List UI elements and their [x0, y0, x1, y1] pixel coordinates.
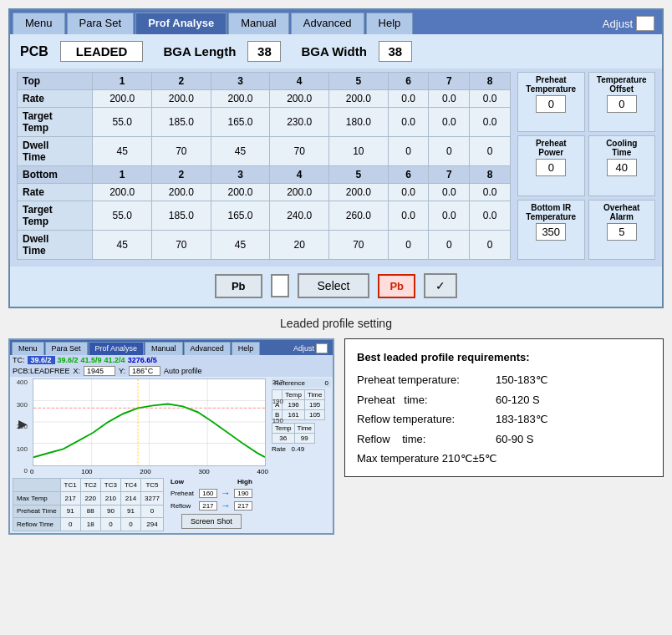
- mini-data-area: TC1TC2TC3 TC4TC5 Max Temp 217220210 2143…: [10, 476, 333, 533]
- right-params: PreheatTemperature 0 TemperatureOffset 0…: [517, 72, 655, 260]
- param-temp-offset: TemperatureOffset 0: [588, 72, 656, 132]
- mini-adjust: Adjust: [290, 342, 331, 355]
- tab-help[interactable]: Help: [366, 13, 414, 34]
- pb-white-box: [271, 274, 289, 297]
- top-label: Top: [18, 73, 93, 90]
- pcb-small-label: PCB:LEADFREE: [13, 367, 70, 375]
- param-bottom-ir-temp: Bottom IRTemperature 350: [517, 200, 585, 260]
- pb-red-button[interactable]: Pb: [378, 274, 415, 298]
- reflow-arrow: →: [221, 500, 231, 511]
- preheat-lowhigh: Preheat 160 → 190: [171, 487, 252, 499]
- param-preheat-power: PreheatPower 0: [517, 135, 585, 196]
- mini-nav: Menu Para Set Prof Analyse Manual Advanc…: [10, 340, 333, 355]
- top-panel: Menu Para Set Prof Analyse Manual Advanc…: [8, 8, 664, 308]
- check-button[interactable]: ✓: [424, 273, 457, 298]
- cooling-time-value: 40: [607, 159, 637, 176]
- mini-tab-menu[interactable]: Menu: [12, 342, 44, 355]
- mini-stats-table: TC1TC2TC3 TC4TC5 Max Temp 217220210 2143…: [13, 478, 164, 531]
- pcb-value: LEADED: [60, 41, 144, 62]
- bga-length-value: 38: [247, 41, 281, 62]
- temp-offset-value: 0: [607, 95, 637, 113]
- tc-val-3: 41.5/9: [81, 356, 102, 364]
- top-targettemp-row: TargetTemp 55.0185.0165.0 230.0180.00.0 …: [18, 108, 511, 137]
- tc-badge: 39.6/2: [28, 356, 55, 364]
- info-row-preheat-temp: Preheat temperature: 150-183℃: [357, 370, 651, 389]
- tc-val-5: 3276.6/5: [128, 356, 157, 364]
- low-label: Low: [171, 478, 184, 485]
- bottom-section: Menu Para Set Prof Analyse Manual Advanc…: [8, 338, 664, 535]
- tc-label: TC:: [13, 356, 25, 364]
- caption: Leaded profile setting: [0, 317, 672, 330]
- x-label: X:: [74, 367, 81, 375]
- param-preheat-temp: PreheatTemperature 0: [517, 72, 585, 132]
- top-rate-row: Rate 200.0200.0200.0 200.0200.00.0 0.00.…: [18, 90, 511, 108]
- pcb-header: PCB LEADED BGA Length 38 BGA Width 38: [10, 34, 662, 69]
- mini-tab-help[interactable]: Help: [232, 342, 261, 355]
- pcb-small-row: PCB:LEADFREE X: Y: Auto profile: [10, 365, 333, 377]
- play-icon[interactable]: ▶: [18, 417, 28, 430]
- reflow-lowhigh: Reflow 217 → 217: [171, 500, 252, 511]
- preheat-arrow: →: [221, 487, 231, 499]
- preheat-power-value: 0: [536, 159, 566, 176]
- bga-width-label: BGA Width: [301, 44, 366, 58]
- adjust-label: Adjust: [598, 13, 659, 34]
- info-box: Best leaded profile requirements: Prehea…: [344, 338, 664, 477]
- screenshot-panel: Menu Para Set Prof Analyse Manual Advanc…: [8, 338, 334, 535]
- mini-tab-paraset[interactable]: Para Set: [45, 342, 88, 355]
- param-overheat-alarm: OverheatAlarm 5: [588, 200, 656, 260]
- bottom-label: Bottom: [18, 166, 93, 184]
- info-row-preheat-time: Preheat time: 60-120 S: [357, 390, 651, 409]
- preheat-low: 160: [199, 489, 217, 498]
- param-cooling-time: CoolingTime 40: [588, 135, 656, 196]
- tc-val-4: 41.2/4: [104, 356, 125, 364]
- bottom-targettemp-row: TargetTemp 55.0185.0165.0 240.0260.00.0 …: [18, 201, 511, 231]
- y-input[interactable]: [129, 366, 160, 376]
- tab-advanced[interactable]: Advanced: [291, 13, 364, 34]
- profile-table: Top 1 2 3 4 5 6 7 8 Rate 200.0200.0200.0…: [17, 72, 511, 260]
- select-button[interactable]: Select: [298, 273, 370, 298]
- bottom-ir-value: 350: [536, 223, 566, 241]
- tab-profanalyse[interactable]: Prof Analyse: [135, 13, 227, 34]
- pb-button[interactable]: Pb: [215, 274, 262, 298]
- bottom-dwelltime-row: DwellTime 457045 20700 00: [18, 231, 511, 260]
- info-title: Best leaded profile requirements:: [357, 348, 651, 367]
- tc-row: TC: 39.6/2 39.6/2 41.5/9 41.2/4 3276.6/5: [10, 355, 333, 365]
- bga-length-label: BGA Length: [163, 44, 236, 58]
- adjust-box[interactable]: [636, 16, 654, 31]
- info-row-reflow-time: Reflow time: 60-90 S: [357, 429, 651, 449]
- high-label: High: [237, 478, 252, 485]
- reflow-low: 217: [199, 501, 217, 511]
- bottom-buttons: Pb Select Pb ✓: [10, 267, 662, 307]
- y-label: Y:: [119, 367, 125, 375]
- auto-profile-label: Auto profile: [164, 367, 202, 375]
- pcb-label: PCB: [20, 44, 48, 59]
- chart-area: [33, 378, 266, 466]
- overheat-alarm-value: 5: [607, 223, 637, 241]
- top-dwelltime-row: DwellTime 457045 70100 00: [18, 137, 511, 166]
- preheat-temp-value: 0: [536, 95, 566, 113]
- reflow-high: 217: [234, 501, 252, 511]
- mini-tab-advanced[interactable]: Advanced: [184, 342, 231, 355]
- bga-width-value: 38: [379, 41, 412, 62]
- profile-chart: [33, 379, 265, 465]
- tab-menu[interactable]: Menu: [13, 13, 65, 34]
- mini-tab-manual[interactable]: Manual: [145, 342, 183, 355]
- nav-tabs: Menu Para Set Prof Analyse Manual Advanc…: [10, 10, 662, 34]
- preheat-high: 190: [234, 489, 252, 498]
- screenshot-button[interactable]: Screen Shot: [181, 514, 242, 529]
- mini-adjust-box[interactable]: [316, 343, 328, 353]
- tab-manual[interactable]: Manual: [228, 13, 289, 34]
- info-row-max-temp: Max temperature 210℃±5℃: [357, 449, 651, 468]
- bottom-rate-row: Rate 200.0200.0200.0 200.0200.00.0 0.00.…: [18, 184, 511, 201]
- tab-paraset[interactable]: Para Set: [67, 13, 135, 34]
- x-input[interactable]: [84, 366, 115, 376]
- tc-val-2: 39.6/2: [58, 356, 79, 364]
- mini-tab-profanalyse[interactable]: Prof Analyse: [89, 342, 145, 355]
- data-area: Top 1 2 3 4 5 6 7 8 Rate 200.0200.0200.0…: [10, 69, 662, 267]
- info-row-reflow-temp: Reflow temperature: 183-183℃: [357, 409, 651, 429]
